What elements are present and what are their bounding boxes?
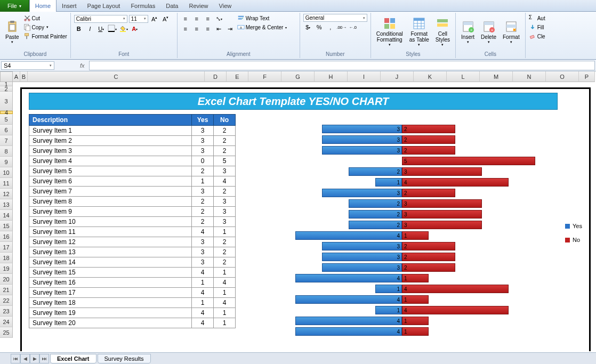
font-name-combo[interactable]: Calibri▾ (74, 15, 127, 23)
cell-desc[interactable]: Survey Item 15 (29, 268, 192, 278)
row-header-19[interactable]: 19 (0, 263, 13, 274)
increase-indent-button[interactable]: ⇥ (225, 24, 235, 34)
col-header-I[interactable]: I (348, 71, 381, 82)
row-header-8[interactable]: 8 (0, 146, 13, 157)
cell-no[interactable]: 2 (214, 257, 236, 268)
increase-decimal-button[interactable]: .00→ (337, 22, 347, 32)
tab-home[interactable]: Home (29, 0, 57, 12)
comma-format-button[interactable]: , (326, 22, 335, 32)
table-row[interactable]: Survey Item 614 (29, 176, 236, 187)
col-header-E[interactable]: E (227, 71, 248, 82)
table-row[interactable]: Survey Item 1541 (29, 268, 236, 278)
tab-file[interactable]: File▾ (0, 0, 29, 12)
col-header-N[interactable]: N (513, 71, 546, 82)
cell-no[interactable]: 2 (214, 247, 236, 257)
row-header-22[interactable]: 22 (0, 295, 13, 306)
table-row[interactable]: Survey Item 232 (29, 136, 236, 146)
col-header-G[interactable]: G (281, 71, 315, 82)
cell-yes[interactable]: 3 (192, 257, 214, 268)
cell-yes[interactable]: 3 (192, 187, 214, 197)
cell-desc[interactable]: Survey Item 1 (29, 126, 192, 136)
table-row[interactable]: Survey Item 1741 (29, 288, 236, 298)
table-row[interactable]: Survey Item 1232 (29, 237, 236, 247)
align-middle-button[interactable]: ≡ (192, 14, 202, 23)
accounting-format-button[interactable]: $▾ (303, 22, 313, 32)
row-header-23[interactable]: 23 (0, 306, 13, 317)
decrease-font-button[interactable]: A▾ (161, 14, 171, 23)
col-header-M[interactable]: M (480, 71, 513, 82)
cell-no[interactable]: 1 (214, 227, 236, 237)
tab-formulas[interactable]: Formulas (125, 0, 160, 12)
row-header-17[interactable]: 17 (0, 242, 13, 253)
cell-desc[interactable]: Survey Item 8 (29, 197, 192, 207)
cell-yes[interactable]: 4 (192, 308, 214, 318)
cell-desc[interactable]: Survey Item 3 (29, 146, 192, 156)
cell-no[interactable]: 1 (214, 308, 236, 318)
cell-desc[interactable]: Survey Item 2 (29, 136, 192, 146)
row-header-11[interactable]: 11 (0, 178, 13, 189)
merge-center-button[interactable]: aMerge & Center▾ (237, 23, 287, 31)
cell-desc[interactable]: Survey Item 20 (29, 318, 192, 328)
tab-view[interactable]: View (214, 0, 237, 12)
cell-yes[interactable]: 2 (192, 217, 214, 227)
cell-yes[interactable]: 1 (192, 298, 214, 308)
autosum-button[interactable]: ΣAut (529, 14, 545, 22)
copy-button[interactable]: Copy▾ (23, 23, 67, 31)
cell-yes[interactable]: 4 (192, 318, 214, 328)
align-center-button[interactable]: ≡ (192, 24, 202, 34)
delete-cells-button[interactable]: ×Delete▾ (479, 14, 498, 50)
cell-yes[interactable]: 3 (192, 146, 214, 156)
cell-yes[interactable]: 3 (192, 126, 214, 136)
cell-no[interactable]: 4 (214, 278, 236, 288)
orientation-button[interactable]: ⤡▾ (214, 14, 224, 23)
row-header-10[interactable]: 10 (0, 167, 13, 178)
cell-desc[interactable]: Survey Item 6 (29, 176, 192, 187)
cell-desc[interactable]: Survey Item 19 (29, 308, 192, 318)
cell-desc[interactable]: Survey Item 18 (29, 298, 192, 308)
table-row[interactable]: Survey Item 332 (29, 146, 236, 156)
clear-button[interactable]: Cle (529, 32, 545, 41)
worksheet-grid[interactable]: ABCDEFGHIJKLMNOP 12345678910111213141516… (0, 71, 596, 351)
bold-button[interactable]: B (74, 24, 84, 34)
tab-review[interactable]: Review (183, 0, 213, 12)
cell-no[interactable]: 3 (214, 197, 236, 207)
col-header-B[interactable]: B (20, 71, 28, 82)
table-row[interactable]: Survey Item 405 (29, 156, 236, 166)
cell-yes[interactable]: 2 (192, 166, 214, 176)
conditional-formatting-button[interactable]: Conditional Formatting▾ (374, 14, 405, 50)
cell-no[interactable]: 1 (214, 268, 236, 278)
row-header-7[interactable]: 7 (0, 135, 13, 146)
cell-no[interactable]: 5 (214, 156, 236, 166)
cell-desc[interactable]: Survey Item 13 (29, 247, 192, 257)
cell-no[interactable]: 4 (214, 298, 236, 308)
row-header-5[interactable]: 5 (0, 114, 13, 125)
table-row[interactable]: Survey Item 823 (29, 197, 236, 207)
row-header-24[interactable]: 24 (0, 317, 13, 327)
cell-no[interactable]: 2 (214, 126, 236, 136)
cell-desc[interactable]: Survey Item 11 (29, 227, 192, 237)
cell-yes[interactable]: 0 (192, 156, 214, 166)
wrap-text-button[interactable]: Wrap Text (237, 14, 287, 22)
paste-button[interactable]: Paste▾ (3, 14, 21, 50)
cell-yes[interactable]: 2 (192, 207, 214, 217)
fill-color-button[interactable]: ▾ (119, 24, 128, 34)
row-header-15[interactable]: 15 (0, 221, 13, 231)
row-header-16[interactable]: 16 (0, 231, 13, 242)
table-row[interactable]: Survey Item 1332 (29, 247, 236, 257)
cell-desc[interactable]: Survey Item 4 (29, 156, 192, 166)
cell-no[interactable]: 3 (214, 217, 236, 227)
align-left-button[interactable]: ≡ (181, 24, 190, 34)
cell-desc[interactable]: Survey Item 14 (29, 257, 192, 268)
col-header-K[interactable]: K (414, 71, 447, 82)
increase-font-button[interactable]: A▴ (150, 14, 159, 23)
cell-yes[interactable]: 3 (192, 247, 214, 257)
insert-cells-button[interactable]: +Insert▾ (459, 14, 477, 50)
cell-no[interactable]: 1 (214, 318, 236, 328)
cell-yes[interactable]: 3 (192, 136, 214, 146)
cell-no[interactable]: 1 (214, 288, 236, 298)
fx-label[interactable]: fx (77, 62, 88, 69)
cell-yes[interactable]: 1 (192, 278, 214, 288)
tab-page-layout[interactable]: Page Layout (82, 0, 126, 12)
cell-no[interactable]: 2 (214, 237, 236, 247)
tab-insert[interactable]: Insert (57, 0, 82, 12)
